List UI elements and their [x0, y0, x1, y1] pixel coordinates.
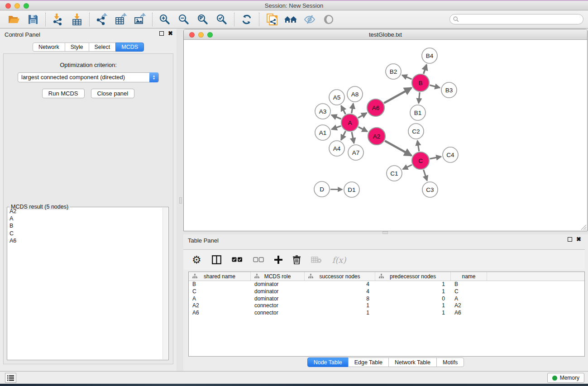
export-network-icon[interactable] — [92, 12, 111, 27]
edge-C-C1[interactable] — [403, 165, 412, 169]
result-scrollbar[interactable] — [163, 208, 168, 359]
edge-B-B2[interactable] — [402, 75, 411, 79]
table-row[interactable]: A6connector11A6 — [189, 310, 584, 317]
edge-A6-B[interactable] — [384, 88, 411, 103]
refresh-icon[interactable] — [237, 12, 256, 27]
table-settings-icon[interactable]: ⚙ — [192, 254, 201, 266]
function-builder-icon[interactable]: f(x) — [332, 254, 346, 266]
node-A3[interactable]: A3 — [315, 104, 330, 119]
show-columns-icon[interactable] — [212, 254, 221, 266]
result-item[interactable]: A2 — [8, 208, 163, 215]
column-header-name[interactable]: name — [451, 272, 487, 281]
node-B4[interactable]: B4 — [422, 48, 437, 63]
resize-grip-icon[interactable] — [581, 224, 587, 230]
close-panel-button[interactable]: Close panel — [91, 89, 135, 98]
search-input[interactable] — [461, 16, 583, 23]
node-A8[interactable]: A8 — [347, 86, 363, 102]
node-B2[interactable]: B2 — [386, 64, 401, 79]
tab-style[interactable]: Style — [65, 43, 89, 52]
add-column-icon[interactable] — [274, 254, 282, 266]
select-all-icon[interactable] — [232, 254, 243, 266]
table-row[interactable]: Cdominator41C — [189, 288, 584, 295]
edge-B-B4[interactable] — [424, 65, 427, 74]
edge-A-A1[interactable] — [332, 126, 341, 129]
edge-B-B1[interactable] — [419, 92, 420, 103]
zoom-out-icon[interactable] — [174, 12, 193, 27]
node-B3[interactable]: B3 — [441, 82, 457, 98]
node-C4[interactable]: C4 — [443, 147, 458, 162]
edge-B-B3[interactable] — [430, 85, 440, 88]
table-row[interactable]: A2connector11A2 — [189, 302, 584, 310]
edge-A-A2[interactable] — [359, 127, 368, 132]
edge-A2-C[interactable] — [385, 141, 411, 156]
node-C[interactable]: C — [412, 152, 429, 169]
node-A6[interactable]: A6 — [367, 99, 384, 116]
close-panel-icon[interactable]: ✖ — [576, 237, 581, 242]
tab-motifs[interactable]: Motifs — [436, 357, 464, 367]
memory-button[interactable]: Memory — [547, 373, 584, 383]
node-C3[interactable]: C3 — [422, 182, 438, 197]
run-mcds-button[interactable]: Run MCDS — [42, 89, 85, 98]
home-icon[interactable] — [281, 12, 300, 27]
node-D[interactable]: D — [314, 181, 330, 197]
result-item[interactable]: C — [8, 230, 163, 237]
save-session-icon[interactable] — [24, 12, 43, 27]
node-B1[interactable]: B1 — [410, 105, 425, 120]
delete-column-icon[interactable] — [293, 254, 301, 266]
result-item[interactable]: B — [8, 222, 163, 229]
import-network-icon[interactable] — [48, 12, 67, 27]
zoom-fit-icon[interactable] — [193, 12, 212, 27]
edge-A-A8[interactable] — [352, 104, 354, 114]
show-all-eye-icon[interactable] — [319, 12, 338, 27]
node-B[interactable]: B — [412, 74, 429, 91]
node-C1[interactable]: C1 — [387, 166, 402, 181]
open-session-icon[interactable] — [5, 12, 24, 27]
column-header-MCDS-role[interactable]: MCDS role — [251, 272, 305, 281]
result-item[interactable]: A6 — [8, 237, 163, 244]
edge-A-A6[interactable] — [358, 113, 367, 118]
column-header-shared-name[interactable]: shared name — [189, 272, 251, 281]
import-table-icon[interactable] — [67, 12, 86, 27]
hide-selected-eye-icon[interactable] — [300, 12, 319, 27]
delete-table-icon[interactable] — [311, 254, 322, 266]
edge-A-A4[interactable] — [341, 131, 346, 140]
node-A4[interactable]: A4 — [329, 141, 344, 156]
node-A2[interactable]: A2 — [368, 128, 385, 145]
table-row[interactable]: Bdominator41B — [189, 281, 584, 288]
result-item[interactable]: A — [8, 215, 163, 222]
edge-C-C2[interactable] — [417, 141, 419, 151]
task-history-button[interactable] — [5, 373, 16, 383]
tab-network-table[interactable]: Network Table — [388, 357, 437, 367]
tab-node-table[interactable]: Node Table — [307, 357, 349, 367]
zoom-in-icon[interactable] — [155, 12, 174, 27]
panel-divider-handle[interactable] — [179, 197, 182, 204]
node-C2[interactable]: C2 — [408, 124, 424, 139]
zoom-selected-icon[interactable] — [212, 12, 231, 27]
search-field[interactable] — [449, 14, 583, 24]
node-A[interactable]: A — [341, 114, 359, 131]
close-panel-icon[interactable]: ✖ — [168, 31, 173, 36]
column-header-successor-nodes[interactable]: successor nodes — [305, 272, 375, 281]
export-table-icon[interactable] — [111, 12, 130, 27]
float-panel-icon[interactable] — [568, 237, 572, 242]
network-canvas[interactable]: A5A8A3A1A4A7AA6A2B2B4BB3B1C2C4CC1C3DD1 — [184, 40, 587, 231]
node-A1[interactable]: A1 — [315, 125, 330, 140]
node-A5[interactable]: A5 — [329, 90, 344, 105]
tab-select[interactable]: Select — [89, 43, 116, 52]
tab-network[interactable]: Network — [33, 43, 65, 52]
export-image-icon[interactable] — [130, 12, 149, 27]
float-panel-icon[interactable] — [159, 31, 164, 36]
column-header-predecessor-nodes[interactable]: predecessor nodes — [375, 272, 451, 281]
panel-divider-handle[interactable] — [382, 231, 388, 234]
edge-C-C3[interactable] — [424, 170, 427, 181]
tab-mcds[interactable]: MCDS — [115, 43, 144, 52]
tab-edge-table[interactable]: Edge Table — [348, 357, 389, 367]
table-row[interactable]: Adominator80A — [189, 295, 584, 303]
clone-network-icon[interactable] — [262, 12, 281, 27]
node-D1[interactable]: D1 — [344, 182, 359, 197]
edge-C-C4[interactable] — [430, 157, 441, 159]
optimization-select[interactable]: largest connected component (directed) ▲… — [18, 72, 159, 82]
edge-A-A5[interactable] — [341, 106, 346, 114]
edge-A-A7[interactable] — [352, 132, 354, 143]
edge-A-A3[interactable] — [331, 115, 341, 119]
